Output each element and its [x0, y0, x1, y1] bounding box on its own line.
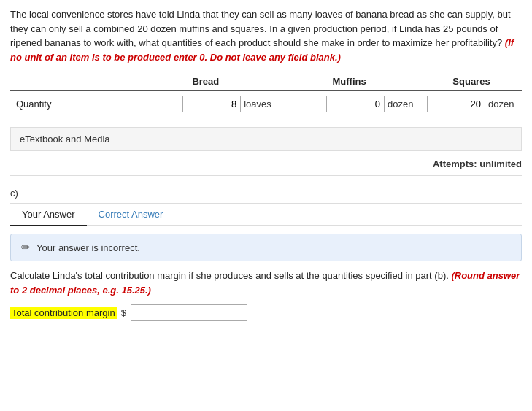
quantity-table: Bread Muffins Squares Quantity loaves do…	[10, 73, 522, 117]
col-header-muffins: Muffins	[277, 73, 421, 91]
col-header-bread: Bread	[134, 73, 277, 91]
muffins-input[interactable]	[326, 96, 385, 112]
muffins-cell: dozen	[277, 91, 421, 117]
squares-cell: dozen	[421, 91, 522, 117]
quantity-label: Quantity	[10, 91, 134, 117]
bread-unit: loaves	[244, 99, 271, 110]
tabs-row: Your Answer Correct Answer	[10, 204, 522, 226]
tab-your-answer[interactable]: Your Answer	[10, 204, 87, 226]
muffins-unit: dozen	[388, 99, 415, 110]
dollar-sign: $	[121, 307, 126, 318]
squares-unit: dozen	[488, 99, 516, 110]
bread-input[interactable]	[182, 96, 241, 112]
contribution-row: Total contribution margin $	[10, 304, 522, 321]
squares-input[interactable]	[427, 96, 485, 112]
contribution-label: Total contribution margin	[10, 307, 117, 319]
etextbook-bar: eTextbook and Media	[10, 127, 522, 151]
col-header-squares: Squares	[421, 73, 522, 91]
problem-text: The local convenience stores have told L…	[10, 7, 522, 64]
contribution-input[interactable]	[131, 304, 247, 321]
attempts-row: Attempts: unlimited	[10, 155, 522, 176]
incorrect-box: ✏ Your answer is incorrect.	[10, 234, 522, 261]
col-header-empty	[10, 73, 134, 91]
pencil-icon: ✏	[21, 241, 31, 254]
incorrect-message: Your answer is incorrect.	[36, 242, 140, 253]
tab-correct-answer[interactable]: Correct Answer	[87, 204, 175, 226]
calc-text: Calculate Linda's total contribution mar…	[10, 269, 522, 297]
bread-cell: loaves	[134, 91, 277, 117]
partial-text: c)	[10, 183, 522, 204]
